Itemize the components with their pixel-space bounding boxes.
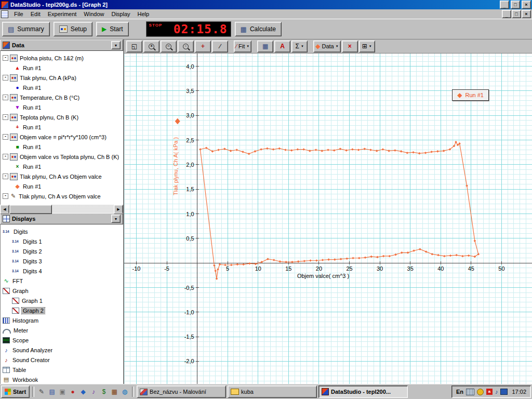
data-panel-dropdown-arrow[interactable]: ▼ <box>111 41 121 49</box>
y-axis-tick-label[interactable]: -2,0 <box>184 358 194 365</box>
scrollbar-track[interactable] <box>9 205 114 213</box>
calculator-button[interactable]: ▦ <box>257 41 273 52</box>
data-run-item[interactable]: ×Run #1 <box>1 162 123 171</box>
x-axis-tick-label[interactable]: 25 <box>346 265 352 272</box>
collapse-box-icon[interactable]: - <box>3 55 8 61</box>
graph-plot[interactable]: -10-551015202530354045504,03,53,02,52,01… <box>124 54 532 384</box>
y-axis-tick-label[interactable]: 2,5 <box>186 137 194 143</box>
volume-icon[interactable]: ♪ <box>495 389 498 395</box>
display-item-digits-3[interactable]: 3.14Digits 3 <box>1 256 123 266</box>
setup-button[interactable]: Setup <box>54 22 92 36</box>
collapse-box-icon[interactable]: - <box>3 134 8 140</box>
x-axis-title[interactable]: Objem valce( cm^3 ) <box>297 273 349 279</box>
display-settings-icon[interactable] <box>500 389 508 395</box>
y-axis-tick-label[interactable]: 1,5 <box>186 186 194 192</box>
menu-window[interactable]: Window <box>80 10 108 18</box>
data-panel-header[interactable]: Data ▼ <box>0 39 123 51</box>
start-button[interactable]: ▶ Start <box>96 22 129 36</box>
x-axis-tick-label[interactable]: 30 <box>377 265 383 272</box>
collapse-box-icon[interactable]: - <box>3 75 8 81</box>
x-axis-tick-label[interactable]: 45 <box>468 265 474 272</box>
scale-to-fit-button[interactable]: ◱ <box>126 41 142 52</box>
x-axis-tick-label[interactable]: -10 <box>132 265 141 272</box>
data-source-item[interactable]: -Temperature, Ch B (°C) <box>1 92 123 102</box>
quick-launch-media-icon[interactable]: ♪ <box>89 387 98 396</box>
data-source-item[interactable]: -Objem valce vs Teplota plynu, Ch B (K) <box>1 152 123 162</box>
collapse-box-icon[interactable]: - <box>3 174 8 179</box>
quick-launch-globe-icon[interactable]: ◍ <box>120 387 129 396</box>
y-axis-tick-label[interactable]: 3,0 <box>186 112 194 118</box>
x-axis-tick-label[interactable]: 5 <box>226 265 229 272</box>
quick-launch-money-icon[interactable]: $ <box>99 387 109 396</box>
mdi-minimize-button[interactable]: _ <box>502 10 511 18</box>
summary-button[interactable]: ▤ Summary <box>2 22 50 36</box>
zoom-out-button[interactable]: − <box>161 41 177 52</box>
x-axis-tick-label[interactable]: 35 <box>407 265 414 272</box>
menu-display[interactable]: Display <box>108 10 134 18</box>
data-run-item[interactable]: ●Run #1 <box>1 83 123 92</box>
display-item-histogram[interactable]: Histogram <box>1 315 123 325</box>
quick-launch-pen-icon[interactable]: ✎ <box>37 387 46 396</box>
data-tree-hscrollbar[interactable]: ◀ ▶ <box>0 205 123 213</box>
display-item-digits[interactable]: 3.14Digits <box>1 227 123 236</box>
task-button-folder[interactable]: kuba <box>228 385 317 398</box>
y-axis-tick-label[interactable]: -0,5 <box>184 285 194 291</box>
collapse-box-icon[interactable]: - <box>3 193 8 199</box>
data-dropdown[interactable]: ◆Data▼ <box>313 41 340 52</box>
y-axis-tick-label[interactable]: 1,0 <box>186 211 194 217</box>
collapse-box-icon[interactable]: - <box>3 114 8 120</box>
display-item-digits-2[interactable]: 3.14Digits 2 <box>1 246 123 256</box>
calculate-button[interactable]: ▦ Calculate <box>235 22 282 36</box>
data-source-item[interactable]: -Teplota plynu, Ch B (K) <box>1 112 123 122</box>
display-item-sound-analyzer[interactable]: ♪Sound Analyzer <box>1 345 123 355</box>
display-item-graph[interactable]: Graph <box>1 286 123 296</box>
x-axis-tick-label[interactable]: 15 <box>285 265 291 272</box>
quick-launch-grid-icon[interactable]: ▦ <box>110 387 119 396</box>
taskbar-start-button[interactable]: Start <box>1 385 30 398</box>
menu-experiment[interactable]: Experiment <box>44 10 81 18</box>
text-annotation-button[interactable]: A <box>274 41 290 52</box>
collapse-box-icon[interactable]: - <box>3 154 8 159</box>
data-source-item[interactable]: -Tlak plynu, Ch A (kPa) <box>1 73 123 83</box>
task-button-datastudio[interactable]: DataStudio - tepl200... <box>318 385 408 398</box>
display-item-graph-2[interactable]: Graph 2 <box>1 305 123 315</box>
data-run-item[interactable]: ■Run #1 <box>1 142 123 152</box>
y-axis-tick-label[interactable]: 0,5 <box>186 235 194 242</box>
statistics-dropdown[interactable]: Σ▼ <box>291 41 308 52</box>
delete-button[interactable]: × <box>342 41 358 52</box>
zoom-select-button[interactable]: ▫ <box>178 41 194 52</box>
y-axis-tick-label[interactable]: 3,5 <box>186 88 194 94</box>
display-item-fft[interactable]: ∿FFT <box>1 276 123 286</box>
quick-launch-record-icon[interactable]: ● <box>68 387 77 396</box>
smart-tool-button[interactable]: + <box>195 41 211 52</box>
menu-help[interactable]: Help <box>134 10 153 18</box>
data-source-item[interactable]: -✎Tlak plynu, Ch A vs Objem valce <box>1 191 123 201</box>
task-button-paint[interactable]: Bez_názvu - Malování <box>137 385 226 398</box>
fit-dropdown[interactable]: ∕Fit▼ <box>234 41 251 52</box>
mdi-close-button[interactable]: × <box>522 10 531 18</box>
display-item-graph-1[interactable]: Graph 1 <box>1 296 123 305</box>
keyboard-language-indicator[interactable]: En <box>456 389 463 395</box>
collapse-box-icon[interactable]: - <box>3 95 8 100</box>
display-item-digits-4[interactable]: 3.14Digits 4 <box>1 266 123 276</box>
display-item-meter[interactable]: Meter <box>1 325 123 335</box>
quick-launch-window-icon[interactable]: ▣ <box>58 387 67 396</box>
display-item-sound-creator[interactable]: ♪Sound Creator <box>1 355 123 365</box>
x-axis-tick-label[interactable]: 20 <box>316 265 322 272</box>
data-run-item[interactable]: +Run #1 <box>1 122 123 132</box>
displays-panel-header[interactable]: Displays ▼ <box>0 213 123 224</box>
mdi-restore-button[interactable]: □ <box>512 10 521 18</box>
x-axis-tick-label[interactable]: -5 <box>164 265 169 272</box>
display-item-workbook[interactable]: ▤Workbook <box>1 375 123 384</box>
data-run-item[interactable]: ◆Run #1 <box>1 181 123 191</box>
restore-button[interactable]: □ <box>511 1 520 9</box>
quick-launch-diamond-icon[interactable]: ◆ <box>78 387 88 396</box>
y-axis-title[interactable]: Tlak plynu, Ch A( kPa ) <box>172 137 179 195</box>
quick-launch-document-icon[interactable]: ▤ <box>47 387 57 396</box>
task-scheduler-icon[interactable] <box>477 389 484 395</box>
legend[interactable]: ◆ Run #1 <box>452 89 489 101</box>
graph-settings-dropdown[interactable]: ⊞▼ <box>359 41 375 52</box>
display-item-table[interactable]: Table <box>1 365 123 375</box>
x-axis-tick-label[interactable]: 40 <box>437 265 444 272</box>
graph-window-icon[interactable] <box>1 10 8 18</box>
